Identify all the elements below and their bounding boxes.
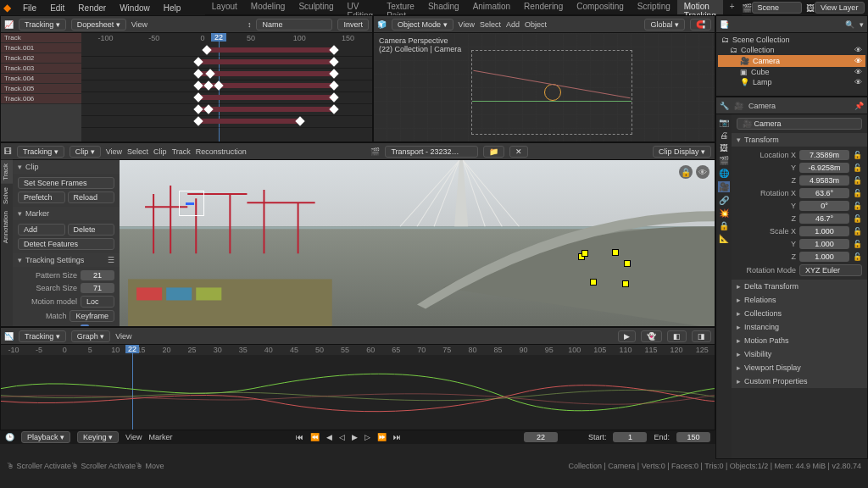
clip-type[interactable]: Clip ▾ (70, 146, 101, 158)
panel-delta-transform[interactable]: Delta Transform (732, 280, 867, 293)
loc-y[interactable]: -6.9258m (799, 163, 849, 173)
tab-uv[interactable]: UV Editing (341, 0, 381, 14)
camera-frame[interactable] (471, 50, 632, 135)
dope-track-row[interactable]: Track.005 (1, 84, 81, 94)
tab-modeling[interactable]: Modeling (244, 0, 292, 14)
tab-data-icon[interactable]: 📐 (719, 234, 729, 243)
dope-type[interactable]: Dopesheet ▾ (71, 19, 126, 30)
clip-file[interactable]: Transport - 23232… (385, 146, 478, 158)
eye-icon[interactable]: 👁 (854, 57, 862, 65)
clip-unlink[interactable]: ✕ (509, 146, 528, 158)
dope-mode[interactable]: Tracking ▾ (19, 19, 66, 30)
panel-marker[interactable]: Marker (13, 207, 120, 220)
editor-type-icon[interactable]: 🎞 (4, 147, 12, 156)
v3d-select[interactable]: Select (480, 20, 501, 29)
clip-track[interactable]: Track (172, 147, 191, 156)
lock-icon[interactable]: 🔓 (853, 202, 862, 210)
set-scene-frames[interactable]: Set Scene Frames (18, 177, 114, 189)
end-frame[interactable]: 150 (676, 432, 710, 442)
loc-x[interactable]: 7.3589m (799, 150, 849, 160)
v3d-view[interactable]: View (459, 20, 475, 29)
orientation[interactable]: Global ▾ (644, 19, 685, 30)
panel-transform[interactable]: Transform (732, 133, 867, 147)
scale-x[interactable]: 1.000 (799, 226, 849, 236)
panel-tracking[interactable]: Tracking Settings☰ (13, 253, 120, 267)
view3d-viewport[interactable]: Camera Perspective (22) Collection | Cam… (374, 33, 715, 141)
tracker-marker[interactable] (622, 280, 629, 287)
start-frame[interactable]: 1 (613, 432, 647, 442)
dope-track-row[interactable]: Track.002 (1, 53, 81, 64)
scale-y[interactable]: 1.000 (799, 239, 849, 249)
outliner-collection[interactable]: 🗂Collection👁 (718, 45, 865, 55)
dope-track-row[interactable]: Track.006 (1, 94, 81, 104)
lock-icon[interactable]: 🔓 (853, 164, 862, 172)
rotation-mode[interactable]: XYZ Euler (799, 264, 862, 276)
tab-physics-icon[interactable]: 💥 (719, 208, 729, 218)
menu-window[interactable]: Window (113, 2, 157, 14)
tab-scripting[interactable]: Scripting (631, 0, 677, 14)
current-frame[interactable]: 22 (524, 432, 558, 442)
tab-motion-tracking[interactable]: Motion Tracking (677, 0, 723, 14)
rot-y[interactable]: 0° (799, 201, 849, 211)
panel-relations[interactable]: Relations (732, 293, 867, 307)
tracker-marker[interactable] (612, 249, 619, 256)
pin-icon[interactable]: 📌 (854, 102, 864, 110)
tab-scene-icon[interactable]: 🎬 (719, 156, 729, 165)
outliner-scene-collection[interactable]: 🗂Scene Collection (718, 35, 865, 45)
rot-z[interactable]: 46.7° (799, 214, 849, 224)
lock-icon[interactable]: 🔓 (853, 176, 862, 185)
prepass-check[interactable] (81, 324, 89, 326)
motion-model[interactable]: Loc (81, 296, 114, 308)
editor-type-icon[interactable]: 📉 (4, 332, 14, 341)
dope-track-row[interactable]: Track.001 (1, 43, 81, 53)
graph-filter-icon[interactable]: ▶ (618, 330, 636, 342)
clip-select[interactable]: Select (127, 147, 148, 156)
eye-icon[interactable]: 👁 (854, 68, 862, 76)
menu-render[interactable]: Render (71, 2, 113, 14)
lock-icon[interactable]: 🔓 (853, 151, 862, 159)
clip-display[interactable]: Clip Display ▾ (653, 146, 711, 158)
clip-clip[interactable]: Clip (153, 147, 167, 156)
eye-icon[interactable]: 👁 (854, 46, 862, 54)
side-tab-solve[interactable]: Solve (1, 184, 13, 208)
sort-icon[interactable]: ↕ (248, 20, 252, 29)
tab-render-icon[interactable]: 📷 (719, 118, 729, 127)
frame-prev-icon[interactable]: ◀ (326, 433, 332, 441)
outliner-filter-icon[interactable]: 🔍 (845, 20, 854, 29)
clip-recon[interactable]: Reconstruction (196, 147, 247, 156)
dope-track-row[interactable]: Track.004 (1, 74, 81, 84)
graph-view[interactable]: View (115, 332, 131, 341)
marker-add[interactable]: Add (18, 224, 65, 236)
panel-clip[interactable]: Clip (13, 160, 120, 174)
snap-toggle[interactable]: 🧲 (690, 19, 711, 30)
tab-shading[interactable]: Shading (421, 0, 466, 14)
reload[interactable]: Reload (68, 191, 115, 203)
menu-file[interactable]: File (16, 2, 43, 14)
tab-animation[interactable]: Animation (466, 0, 517, 14)
eye-icon[interactable]: 👁 (854, 78, 862, 86)
object-name-field[interactable]: 🎥 Camera (737, 118, 862, 130)
dope-invert[interactable]: Invert (337, 19, 369, 30)
panel-visibility[interactable]: Visibility (732, 347, 867, 361)
graph-type[interactable]: Graph ▾ (71, 330, 111, 342)
dope-sort[interactable]: Name (256, 19, 332, 30)
keyframe-prev-icon[interactable]: ⏪ (310, 433, 320, 441)
tab-texpaint[interactable]: Texture Paint (380, 0, 421, 14)
lock-icon[interactable]: 🔓 (853, 240, 862, 248)
keyframe-next-icon[interactable]: ⏩ (377, 433, 387, 441)
timeline-icon[interactable]: 🕒 (5, 433, 14, 441)
lock-icon[interactable]: 🔓 (853, 227, 862, 236)
tab-rendering[interactable]: Rendering (517, 0, 570, 14)
keying-menu[interactable]: Keying ▾ (77, 431, 119, 443)
panel-motion-paths[interactable]: Motion Paths (732, 334, 867, 347)
prefetch[interactable]: Prefetch (18, 191, 65, 203)
marker-delete[interactable]: Delete (68, 224, 115, 236)
tab-layout[interactable]: Layout (205, 0, 244, 14)
lock-icon[interactable]: 🔓 (853, 252, 862, 261)
side-tab-annotation[interactable]: Annotation (1, 208, 13, 247)
match[interactable]: Keyframe (70, 310, 114, 322)
rot-x[interactable]: 63.6° (799, 188, 849, 198)
tracker-pattern[interactable] (186, 202, 194, 205)
dope-view-menu[interactable]: View (131, 20, 147, 29)
tracker-marker[interactable] (590, 279, 597, 286)
